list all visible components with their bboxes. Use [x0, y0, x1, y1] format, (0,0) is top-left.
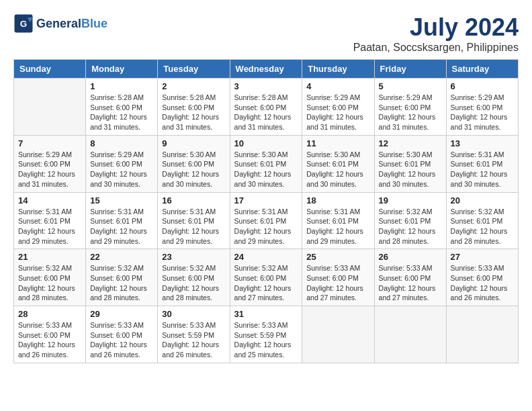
- calendar-header-friday: Friday: [374, 60, 446, 79]
- calendar-cell: 6Sunrise: 5:29 AM Sunset: 6:00 PM Daylig…: [446, 79, 518, 136]
- calendar-table: SundayMondayTuesdayWednesdayThursdayFrid…: [13, 59, 519, 363]
- calendar-cell: 4Sunrise: 5:29 AM Sunset: 6:00 PM Daylig…: [302, 79, 374, 136]
- day-number: 15: [90, 195, 153, 205]
- day-info: Sunrise: 5:29 AM Sunset: 6:00 PM Dayligh…: [451, 93, 514, 132]
- calendar-cell: 31Sunrise: 5:33 AM Sunset: 5:59 PM Dayli…: [230, 306, 302, 363]
- day-info: Sunrise: 5:33 AM Sunset: 5:59 PM Dayligh…: [234, 320, 298, 360]
- calendar-header-wednesday: Wednesday: [230, 60, 302, 79]
- day-number: 21: [18, 252, 81, 262]
- calendar-cell: [14, 79, 86, 136]
- calendar-header-thursday: Thursday: [302, 60, 374, 79]
- day-number: 23: [162, 252, 225, 262]
- calendar-cell: 21Sunrise: 5:32 AM Sunset: 6:00 PM Dayli…: [14, 249, 86, 306]
- day-info: Sunrise: 5:28 AM Sunset: 6:00 PM Dayligh…: [234, 93, 298, 132]
- calendar-week-row: 1Sunrise: 5:28 AM Sunset: 6:00 PM Daylig…: [14, 79, 519, 136]
- day-info: Sunrise: 5:30 AM Sunset: 6:00 PM Dayligh…: [162, 150, 225, 189]
- calendar-cell: 5Sunrise: 5:29 AM Sunset: 6:00 PM Daylig…: [374, 79, 446, 136]
- day-info: Sunrise: 5:32 AM Sunset: 6:01 PM Dayligh…: [379, 207, 442, 246]
- day-number: 16: [162, 195, 225, 205]
- calendar-cell: 20Sunrise: 5:32 AM Sunset: 6:01 PM Dayli…: [446, 192, 518, 249]
- day-number: 31: [234, 309, 298, 319]
- day-number: 7: [18, 138, 81, 148]
- day-info: Sunrise: 5:30 AM Sunset: 6:01 PM Dayligh…: [234, 150, 298, 189]
- day-info: Sunrise: 5:31 AM Sunset: 6:01 PM Dayligh…: [234, 207, 298, 246]
- calendar-header-saturday: Saturday: [446, 60, 518, 79]
- day-info: Sunrise: 5:32 AM Sunset: 6:00 PM Dayligh…: [162, 263, 225, 303]
- day-info: Sunrise: 5:32 AM Sunset: 6:00 PM Dayligh…: [18, 263, 81, 303]
- day-info: Sunrise: 5:31 AM Sunset: 6:01 PM Dayligh…: [306, 207, 369, 246]
- calendar-cell: 23Sunrise: 5:32 AM Sunset: 6:00 PM Dayli…: [158, 249, 230, 306]
- day-info: Sunrise: 5:32 AM Sunset: 6:00 PM Dayligh…: [90, 263, 153, 303]
- day-number: 8: [90, 138, 153, 148]
- calendar-week-row: 7Sunrise: 5:29 AM Sunset: 6:00 PM Daylig…: [14, 135, 519, 192]
- calendar-header-sunday: Sunday: [14, 60, 86, 79]
- day-info: Sunrise: 5:33 AM Sunset: 5:59 PM Dayligh…: [162, 320, 225, 360]
- page-subtitle: Paatan, Soccsksargen, Philippines: [13, 42, 519, 54]
- day-number: 13: [451, 138, 514, 148]
- day-info: Sunrise: 5:31 AM Sunset: 6:01 PM Dayligh…: [162, 207, 225, 246]
- logo-blue: Blue: [81, 17, 107, 30]
- day-info: Sunrise: 5:33 AM Sunset: 6:00 PM Dayligh…: [90, 320, 153, 360]
- day-info: Sunrise: 5:33 AM Sunset: 6:00 PM Dayligh…: [451, 263, 514, 303]
- day-number: 27: [451, 252, 514, 262]
- calendar-cell: 25Sunrise: 5:33 AM Sunset: 6:00 PM Dayli…: [302, 249, 374, 306]
- calendar-cell: 30Sunrise: 5:33 AM Sunset: 5:59 PM Dayli…: [158, 306, 230, 363]
- day-info: Sunrise: 5:32 AM Sunset: 6:00 PM Dayligh…: [234, 263, 298, 303]
- calendar-cell: 9Sunrise: 5:30 AM Sunset: 6:00 PM Daylig…: [158, 135, 230, 192]
- calendar-cell: 12Sunrise: 5:30 AM Sunset: 6:01 PM Dayli…: [374, 135, 446, 192]
- day-info: Sunrise: 5:33 AM Sunset: 6:00 PM Dayligh…: [18, 320, 81, 360]
- calendar-cell: 24Sunrise: 5:32 AM Sunset: 6:00 PM Dayli…: [230, 249, 302, 306]
- calendar-cell: 18Sunrise: 5:31 AM Sunset: 6:01 PM Dayli…: [302, 192, 374, 249]
- calendar-cell: 29Sunrise: 5:33 AM Sunset: 6:00 PM Dayli…: [86, 306, 158, 363]
- day-number: 5: [379, 81, 442, 91]
- calendar-header-tuesday: Tuesday: [158, 60, 230, 79]
- calendar-cell: 26Sunrise: 5:33 AM Sunset: 6:00 PM Dayli…: [374, 249, 446, 306]
- day-number: 14: [18, 195, 81, 205]
- day-info: Sunrise: 5:30 AM Sunset: 6:01 PM Dayligh…: [379, 150, 442, 189]
- day-info: Sunrise: 5:29 AM Sunset: 6:00 PM Dayligh…: [90, 150, 153, 189]
- day-number: 3: [234, 81, 298, 91]
- calendar-header-row: SundayMondayTuesdayWednesdayThursdayFrid…: [14, 60, 519, 79]
- calendar-cell: 16Sunrise: 5:31 AM Sunset: 6:01 PM Dayli…: [158, 192, 230, 249]
- calendar-cell: 8Sunrise: 5:29 AM Sunset: 6:00 PM Daylig…: [86, 135, 158, 192]
- day-number: 18: [306, 195, 369, 205]
- day-info: Sunrise: 5:29 AM Sunset: 6:00 PM Dayligh…: [306, 93, 369, 132]
- calendar-week-row: 14Sunrise: 5:31 AM Sunset: 6:01 PM Dayli…: [14, 192, 519, 249]
- calendar-cell: [302, 306, 374, 363]
- logo-icon: G: [13, 13, 34, 34]
- calendar-header-monday: Monday: [86, 60, 158, 79]
- day-number: 6: [451, 81, 514, 91]
- calendar-cell: 10Sunrise: 5:30 AM Sunset: 6:01 PM Dayli…: [230, 135, 302, 192]
- calendar-cell: 1Sunrise: 5:28 AM Sunset: 6:00 PM Daylig…: [86, 79, 158, 136]
- calendar-cell: 27Sunrise: 5:33 AM Sunset: 6:00 PM Dayli…: [446, 249, 518, 306]
- calendar-cell: 14Sunrise: 5:31 AM Sunset: 6:01 PM Dayli…: [14, 192, 86, 249]
- day-number: 22: [90, 252, 153, 262]
- day-number: 28: [18, 309, 81, 319]
- day-number: 26: [379, 252, 442, 262]
- day-number: 9: [162, 138, 225, 148]
- calendar-cell: 3Sunrise: 5:28 AM Sunset: 6:00 PM Daylig…: [230, 79, 302, 136]
- day-info: Sunrise: 5:29 AM Sunset: 6:00 PM Dayligh…: [18, 150, 81, 189]
- calendar-cell: 2Sunrise: 5:28 AM Sunset: 6:00 PM Daylig…: [158, 79, 230, 136]
- day-number: 20: [451, 195, 514, 205]
- day-info: Sunrise: 5:28 AM Sunset: 6:00 PM Dayligh…: [90, 93, 153, 132]
- day-info: Sunrise: 5:28 AM Sunset: 6:00 PM Dayligh…: [162, 93, 225, 132]
- day-number: 1: [90, 81, 153, 91]
- day-number: 11: [306, 138, 369, 148]
- calendar-cell: 22Sunrise: 5:32 AM Sunset: 6:00 PM Dayli…: [86, 249, 158, 306]
- day-number: 24: [234, 252, 298, 262]
- day-info: Sunrise: 5:31 AM Sunset: 6:01 PM Dayligh…: [451, 150, 514, 189]
- calendar-week-row: 21Sunrise: 5:32 AM Sunset: 6:00 PM Dayli…: [14, 249, 519, 306]
- day-number: 12: [379, 138, 442, 148]
- day-info: Sunrise: 5:29 AM Sunset: 6:00 PM Dayligh…: [379, 93, 442, 132]
- day-info: Sunrise: 5:31 AM Sunset: 6:01 PM Dayligh…: [90, 207, 153, 246]
- calendar-cell: [374, 306, 446, 363]
- calendar-week-row: 28Sunrise: 5:33 AM Sunset: 6:00 PM Dayli…: [14, 306, 519, 363]
- day-number: 17: [234, 195, 298, 205]
- day-number: 2: [162, 81, 225, 91]
- logo: G GeneralBlue: [13, 13, 107, 34]
- calendar-cell: 17Sunrise: 5:31 AM Sunset: 6:01 PM Dayli…: [230, 192, 302, 249]
- day-number: 10: [234, 138, 298, 148]
- svg-text:G: G: [20, 19, 28, 29]
- day-number: 25: [306, 252, 369, 262]
